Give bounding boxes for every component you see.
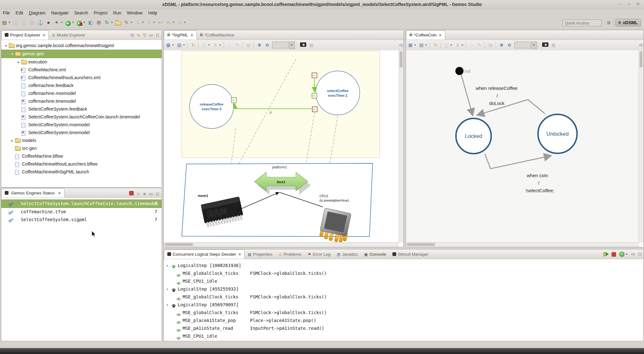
copy-appearance-icon[interactable]: ▢ xyxy=(201,41,208,48)
tree-item-coffeemachine-bflow[interactable]: CoffeeMachine.bflow xyxy=(1,152,162,160)
menu-file[interactable]: File xyxy=(0,9,13,16)
hide-element-icon[interactable]: ▫ xyxy=(226,41,233,48)
zoom-level-combo[interactable] xyxy=(272,41,289,48)
mse-event-row[interactable]: MSE_globalClock_ticksFSMClock->globalClo… xyxy=(164,270,643,277)
logical-step-row[interactable]: ▾LogicalStep [455255932] xyxy=(164,285,643,293)
tree-item-org-gemoc-sample-bcool-coffeemachinewithsigpml[interactable]: ▾org.gemoc.sample.bcool.coffeemachinewit… xyxy=(1,42,162,50)
collapse-arrow-icon[interactable]: ▾ xyxy=(10,50,14,58)
zoom-combo-dropdown-icon[interactable]: ▼ xyxy=(531,41,537,49)
explorer-tab-project-explorer[interactable]: Project Explorer✕ xyxy=(1,30,49,40)
logical-step-row[interactable]: ▾LogicalStep [1008261936] xyxy=(164,262,643,270)
view-menu-icon[interactable]: ▽ xyxy=(143,30,146,40)
export-image-icon[interactable] xyxy=(542,42,548,47)
engine-row[interactable]: ⚙⚙SelectCoffeeSystem.sigpml7 xyxy=(1,216,162,224)
distribute-icon-dropdown[interactable]: ▼ xyxy=(461,41,464,49)
mse-event-row[interactable]: MSE_CPU1_idle xyxy=(164,277,643,285)
new-wizard-icon[interactable]: ▤ xyxy=(1,19,8,26)
selection-mode-icon[interactable]: ▧ xyxy=(176,41,182,48)
tree-item-src-gen[interactable]: src-gen xyxy=(1,144,162,152)
transition-selectcoffee[interactable] xyxy=(485,154,551,169)
tree-item-selectcoffeesystem-timemodel[interactable]: SelectCoffeeSystem.timemodel xyxy=(1,129,162,137)
maximize-window-icon[interactable]: + xyxy=(625,1,633,8)
next-annotation-icon[interactable]: ⇩ xyxy=(134,19,141,26)
save-all-icon[interactable]: ◫ xyxy=(20,19,27,26)
tree-item-coffemachine-feedback[interactable]: coffemachine.feedback xyxy=(1,82,162,90)
tree-item-coffeemachinewithoutlaunchers-xml[interactable]: CoffeeMachinewithoutLaunchers.xml xyxy=(1,74,162,82)
menu-navigate[interactable]: Navigate xyxy=(48,9,71,16)
collapse-arrow-icon[interactable]: ▾ xyxy=(166,301,168,309)
hide-element-icon[interactable]: ▫ xyxy=(469,41,475,48)
horizontal-scrollbar[interactable] xyxy=(406,242,639,247)
sigpml-canvas[interactable]: p releaseCoffee execTime:3 selectCoffee … xyxy=(164,50,399,242)
mse-event-row[interactable]: MSE_placeA1State_popPlace->placeA1State.… xyxy=(164,317,643,324)
close-tab-icon[interactable]: ✕ xyxy=(191,33,193,37)
collapse-arrow-icon[interactable]: ▾ xyxy=(166,285,168,293)
view-tab-properties[interactable]: ▦Properties xyxy=(245,250,275,259)
copy-appearance-icon-dropdown[interactable]: ▼ xyxy=(208,41,211,49)
menu-project[interactable]: Project xyxy=(91,9,110,16)
zoom-out-icon[interactable]: ⊖ xyxy=(506,41,513,48)
collapse-palette-icon[interactable]: ◁ xyxy=(639,42,642,47)
editor-tab--coffeemachine[interactable]: *CoffeeMachine xyxy=(197,30,238,40)
open-perspective-icon[interactable]: ⊞ xyxy=(607,20,611,25)
expand-arrow-icon[interactable]: ▸ xyxy=(10,137,14,144)
view-tab-javadoc[interactable]: @Javadoc xyxy=(334,250,361,259)
actor-releasecoffee[interactable] xyxy=(190,84,234,128)
close-tab-icon[interactable]: ✕ xyxy=(42,33,45,37)
layers-icon[interactable]: ▩ xyxy=(550,41,557,48)
new-java-project-icon[interactable]: ◧ xyxy=(87,19,94,26)
shield-dropdown-icon[interactable]: ▼ xyxy=(625,253,628,256)
layout-mode-icon[interactable]: ▦ xyxy=(165,41,171,48)
remove-all-icon[interactable]: ✕ xyxy=(143,189,146,199)
layout-mode-icon-dropdown[interactable]: ▼ xyxy=(172,41,175,49)
initial-state-dot[interactable] xyxy=(455,67,464,75)
print-icon[interactable]: ▥ xyxy=(29,19,36,26)
collapse-arrow-icon[interactable]: ▾ xyxy=(4,42,8,50)
mark-occurrences-icon[interactable]: ✎ xyxy=(123,19,130,26)
tree-item-selectcoffeesystem-msemodel[interactable]: SelectCoffeeSystem.msemodel xyxy=(1,121,162,129)
debug-icon[interactable]: ✶ xyxy=(53,19,60,26)
tree-item-selectcoffeesystem-launchcoffeecoin-launch-timemodel[interactable]: SelectCoffeeSystem.launchCoffeeCoin.laun… xyxy=(1,113,162,121)
engine-row[interactable]: ⚙⚙SelectCoffeeSystem.launchCoffeeCoin.la… xyxy=(1,199,162,208)
copy-appearance-icon-dropdown[interactable]: ▼ xyxy=(450,41,453,49)
tree-item-coffeemachine-xml[interactable]: CoffeeMachine.xml xyxy=(1,66,162,74)
resume-icon[interactable] xyxy=(603,249,608,260)
engine-row[interactable]: ⚙⚙coffemachine.tfsm7 xyxy=(1,208,162,216)
tree-item-coffemachine-msemodel[interactable]: coffemachine.msemodel xyxy=(1,90,162,97)
back-icon-dropdown[interactable]: ▼ xyxy=(172,19,175,26)
close-tab-icon[interactable]: ✕ xyxy=(439,33,442,37)
tree-item-execution[interactable]: ▸execution xyxy=(1,58,162,66)
previous-annotation-icon-dropdown[interactable]: ▼ xyxy=(153,19,156,26)
shield-icon[interactable]: ▼ xyxy=(619,249,628,260)
tree-item-coffeemachinewithoutlaunchers-bflow[interactable]: CoffeeMachinewithoutLaunchers.bflow xyxy=(1,160,162,168)
layers-icon[interactable]: ▩ xyxy=(308,41,314,48)
tree-item-selectcoffeesystem-feedback[interactable]: SelectCoffeeSystem.feedback xyxy=(1,105,162,113)
back-icon[interactable]: ⇦ xyxy=(165,19,172,26)
view-tab-stimuli-manager[interactable]: Stimuli Manager xyxy=(389,250,432,259)
transition-dolock[interactable] xyxy=(478,100,545,115)
previous-annotation-icon[interactable]: ⇧ xyxy=(146,19,153,26)
tree-item-coffemachine-timemodel[interactable]: coffemachine.timemodel xyxy=(1,97,162,105)
debug-icon-dropdown[interactable]: ▼ xyxy=(60,19,64,26)
perspective-xdsml-button[interactable]: ❖xDSML xyxy=(615,19,641,26)
expand-arrow-icon[interactable]: ▸ xyxy=(16,58,21,66)
close-tab-icon[interactable]: ✕ xyxy=(58,191,61,195)
mse-event-row[interactable]: MSE_CPU1_idle xyxy=(164,332,643,340)
zoom-in-icon[interactable]: ⊕ xyxy=(498,41,505,48)
minimize-window-icon[interactable]: – xyxy=(616,1,625,8)
run-icon[interactable]: ▶ xyxy=(64,19,71,26)
vertical-scrollbar[interactable] xyxy=(399,50,403,242)
distribute-icon[interactable]: ⋔ xyxy=(454,41,461,48)
run-icon-dropdown[interactable]: ▼ xyxy=(72,19,75,26)
copy-appearance-icon[interactable]: ▢ xyxy=(443,41,450,48)
zoom-combo-dropdown-icon[interactable]: ▼ xyxy=(289,41,295,49)
profile-icon[interactable]: ▶ xyxy=(76,19,83,26)
build-refresh-icon-dropdown[interactable]: ▼ xyxy=(111,19,114,26)
mse-event-row[interactable]: MSE_globalClock_ticksFSMClock->globalClo… xyxy=(164,309,643,317)
horizontal-scrollbar[interactable] xyxy=(164,242,399,247)
tab-gemoc-engines-status[interactable]: Gemoc Engines Status ✕ xyxy=(1,188,64,198)
stop-icon[interactable] xyxy=(129,191,134,195)
tree-item-gemoc-gen[interactable]: ▾gemoc-gen xyxy=(1,50,162,58)
forward-icon[interactable]: ⇨ xyxy=(176,19,183,26)
java-perspective-icon[interactable]: ● xyxy=(45,19,52,26)
